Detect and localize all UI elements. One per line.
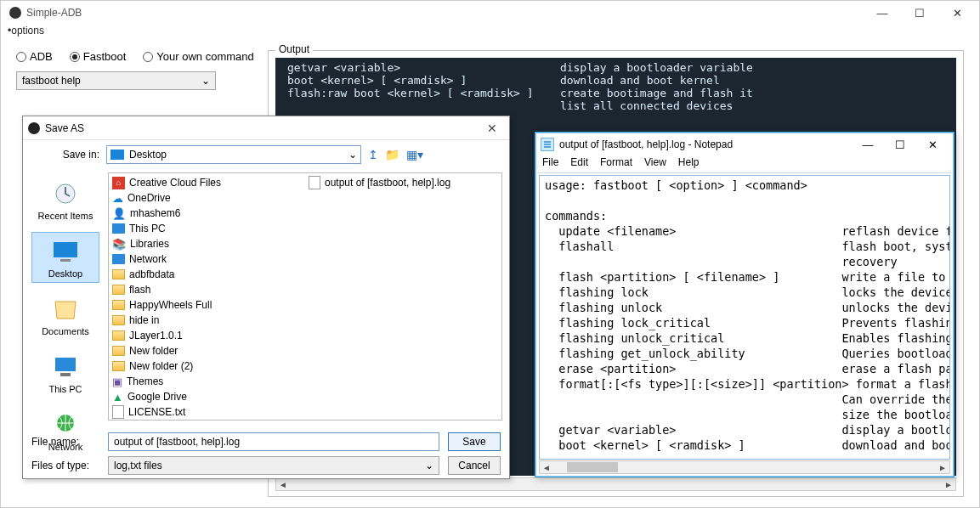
file-item[interactable]: ☁OneDrive — [112, 190, 302, 206]
filetype-combo[interactable]: log,txt files ⌄ — [108, 456, 439, 475]
np-menu-help[interactable]: Help — [678, 156, 700, 172]
file-item[interactable]: ▣Themes — [112, 374, 302, 389]
notepad-icon — [541, 138, 554, 151]
recent-items-icon — [47, 178, 84, 209]
file-item[interactable]: New folder (2) — [112, 358, 302, 374]
notepad-menubar[interactable]: FileEditFormatViewHelp — [535, 156, 954, 173]
minimize-button[interactable]: — — [864, 1, 901, 25]
saveas-titlebar[interactable]: Save AS ✕ — [23, 116, 509, 140]
np-maximize-button[interactable]: ☐ — [884, 138, 916, 151]
notepad-titlebar[interactable]: output of [fastboot, help].log - Notepad… — [535, 133, 954, 156]
up-one-level-icon[interactable]: ↥ — [368, 148, 378, 161]
radio-own[interactable]: Your own command — [143, 50, 253, 63]
file-item[interactable]: New folder — [112, 343, 302, 358]
file-item[interactable]: ▲Google Drive — [112, 389, 302, 404]
app-icon — [9, 7, 21, 19]
file-item[interactable]: hide in — [112, 313, 302, 328]
filetype-label: Files of type: — [31, 460, 99, 471]
file-item[interactable]: HappyWheels Full — [112, 297, 302, 313]
chevron-down-icon: ⌄ — [425, 460, 433, 471]
svg-rect-4 — [60, 373, 71, 376]
notepad-window: output of [fastboot, help].log - Notepad… — [535, 132, 955, 477]
scroll-right-icon[interactable]: ► — [936, 463, 949, 472]
notepad-textarea[interactable]: usage: fastboot [ <option> ] <command> c… — [539, 175, 950, 460]
notepad-hscrollbar[interactable]: ◄ ► — [539, 460, 950, 474]
np-minimize-button[interactable]: — — [852, 138, 884, 151]
chevron-down-icon: ⌄ — [201, 75, 210, 87]
np-menu-edit[interactable]: Edit — [570, 156, 588, 172]
file-item[interactable]: This PC — [112, 221, 302, 236]
scroll-right-icon[interactable]: ► — [942, 480, 955, 489]
np-menu-file[interactable]: File — [542, 156, 558, 172]
np-menu-view[interactable]: View — [644, 156, 666, 172]
place-this-pc[interactable]: This PC — [31, 347, 99, 398]
place-recent-items[interactable]: Recent Items — [31, 174, 99, 225]
scroll-left-icon[interactable]: ◄ — [540, 463, 553, 472]
command-combo[interactable]: fastboot help ⌄ — [16, 71, 216, 90]
file-list-pane[interactable]: ⌂Creative Cloud Files☁OneDrive👤mhashem6T… — [108, 172, 502, 421]
file-item[interactable]: output of [fastboot, help].log — [309, 175, 498, 190]
filename-input[interactable]: output of [fastboot, help].log — [108, 432, 439, 451]
this-pc-icon — [47, 352, 84, 382]
svg-rect-3 — [55, 358, 76, 371]
new-folder-icon[interactable]: 📁 — [385, 148, 399, 161]
file-item[interactable]: LICENSE.txt — [112, 404, 302, 420]
save-button[interactable]: Save — [448, 432, 501, 451]
chevron-down-icon: ⌄ — [348, 149, 357, 161]
np-close-button[interactable]: ✕ — [916, 138, 949, 151]
save-as-dialog: Save AS ✕ Save in: Desktop ⌄ ↥ 📁 ▦▾ Rece… — [22, 116, 510, 479]
saveas-close-button[interactable]: ✕ — [475, 121, 509, 135]
place-desktop[interactable]: Desktop — [31, 232, 99, 283]
view-menu-icon[interactable]: ▦▾ — [406, 148, 423, 161]
desktop-icon — [110, 150, 124, 160]
saveas-icon — [28, 122, 40, 134]
scroll-thumb[interactable] — [567, 462, 618, 472]
svg-rect-1 — [54, 242, 77, 257]
place-documents[interactable]: Documents — [31, 290, 99, 341]
filename-label: File name: — [31, 436, 99, 448]
desktop-icon — [47, 236, 84, 267]
cancel-button[interactable]: Cancel — [448, 456, 501, 475]
main-menubar[interactable]: •options — [1, 25, 979, 40]
file-item[interactable]: 📚Libraries — [112, 236, 302, 251]
main-titlebar[interactable]: Simple-ADB — ☐ ✕ — [1, 1, 979, 25]
saveas-title: Save AS — [45, 122, 84, 134]
file-item[interactable]: 👤mhashem6 — [112, 206, 302, 221]
np-menu-format[interactable]: Format — [600, 156, 632, 172]
radio-adb[interactable]: ADB — [16, 50, 53, 63]
file-item[interactable]: adbfbdata — [112, 267, 302, 282]
file-item[interactable]: ⌂Creative Cloud Files — [112, 175, 302, 190]
documents-icon — [47, 294, 84, 325]
output-legend: Output — [275, 43, 313, 55]
savein-combo[interactable]: Desktop ⌄ — [106, 145, 361, 164]
places-bar: Recent ItemsDesktopDocumentsThis PCNetwo… — [23, 169, 108, 424]
app-title: Simple-ADB — [26, 7, 82, 19]
svg-rect-2 — [60, 259, 71, 262]
close-button[interactable]: ✕ — [938, 1, 976, 25]
radio-fastboot[interactable]: Fastboot — [70, 50, 127, 63]
file-item[interactable]: flash — [112, 282, 302, 297]
maximize-button[interactable]: ☐ — [901, 1, 938, 25]
file-item[interactable]: JLayer1.0.1 — [112, 328, 302, 343]
notepad-title: output of [fastboot, help].log - Notepad — [559, 138, 733, 150]
place-network[interactable]: Network — [31, 405, 99, 456]
file-item[interactable]: Network — [112, 251, 302, 267]
savein-label: Save in: — [31, 149, 99, 161]
